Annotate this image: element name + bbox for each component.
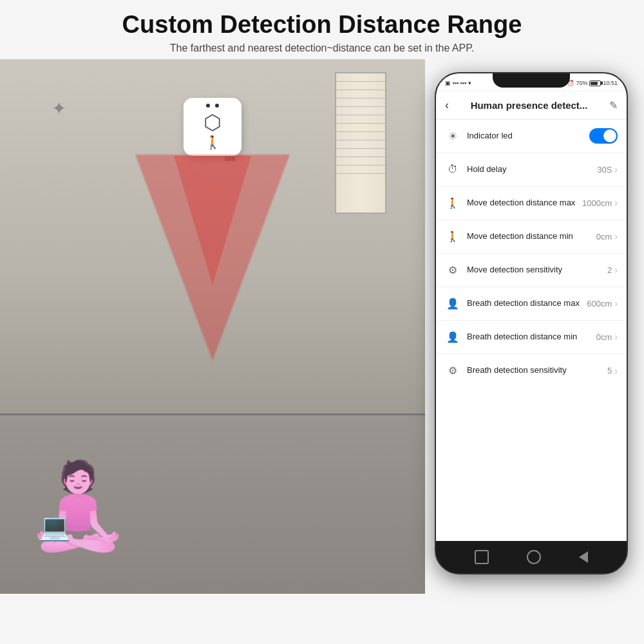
chevron-icon-5: › <box>614 298 618 308</box>
settings-value-5: 600cm <box>587 299 612 308</box>
settings-label-0: Indicator led <box>467 131 589 142</box>
page-subtitle: The farthest and nearest detection~dista… <box>13 43 631 54</box>
chevron-icon-6: › <box>614 332 618 342</box>
chandelier-icon: ✦ <box>52 98 66 119</box>
sensor-person-icon: ⬡ <box>204 110 222 135</box>
sensor-dot <box>215 104 219 108</box>
nav-home-button[interactable] <box>527 550 541 564</box>
settings-item-6[interactable]: 👤Breath detection distance min0cm› <box>436 321 627 354</box>
sensor-figure-icon: 🚶 <box>205 135 221 150</box>
back-button[interactable]: ‹ <box>445 99 449 112</box>
chevron-icon-3: › <box>614 231 618 242</box>
phone-bottom-nav <box>436 541 627 573</box>
battery-icon <box>589 80 601 86</box>
settings-icon-5: 👤 <box>445 296 460 311</box>
edit-button[interactable]: ✎ <box>609 99 618 111</box>
chevron-icon-4: › <box>614 265 618 275</box>
room-window <box>335 72 386 214</box>
phone-screen: ▣ ▪▪▪ ▪▪▪ ▾ N ✦ ⏰ 70% 10:51 <box>436 73 627 541</box>
battery-percent: 70% <box>576 80 587 86</box>
settings-value-7: 5 <box>607 366 612 375</box>
settings-icon-2: 🚶 <box>445 195 460 211</box>
settings-value-4: 2 <box>607 265 612 275</box>
settings-item-0[interactable]: ☀Indicator led <box>436 120 627 153</box>
laptop-icon: 💻 <box>39 512 71 542</box>
battery-fill <box>591 82 597 85</box>
chevron-icon-7: › <box>614 366 618 376</box>
phone-notch <box>493 73 570 88</box>
settings-label-3: Move detection distance min <box>467 231 596 242</box>
settings-list: ☀Indicator led⏱Hold delay30S›🚶Move detec… <box>436 120 627 388</box>
settings-item-2[interactable]: 🚶Move detection distance max1000cm› <box>436 187 627 220</box>
settings-icon-6: 👤 <box>445 329 460 345</box>
settings-item-7[interactable]: ⚙Breath detection sensitivity5› <box>436 354 627 388</box>
settings-value-3: 0cm <box>596 232 612 242</box>
settings-item-1[interactable]: ⏱Hold delay30S› <box>436 153 627 187</box>
settings-label-5: Breath detection distance max <box>467 298 587 309</box>
laser-beam-inner <box>174 156 251 285</box>
settings-item-5[interactable]: 👤Breath detection distance max600cm› <box>436 287 627 321</box>
settings-label-7: Breath detection sensitivity <box>467 365 607 376</box>
phone-wrapper: ▣ ▪▪▪ ▪▪▪ ▾ N ✦ ⏰ 70% 10:51 <box>425 59 644 594</box>
main-content: ✦ ⬡ 🚶 <box>0 59 644 594</box>
status-signal: ▣ ▪▪▪ ▪▪▪ ▾ <box>445 80 471 86</box>
phone-side-button[interactable] <box>627 189 628 228</box>
settings-label-6: Breath detection distance min <box>467 332 596 343</box>
app-header: ‹ Human presence detect... ✎ <box>436 91 627 120</box>
toggle-0[interactable] <box>589 128 618 144</box>
sofa-area: 🧘 💻 <box>0 413 425 594</box>
sensor-dot <box>206 104 210 108</box>
settings-item-3[interactable]: 🚶Move detection distance min0cm› <box>436 220 627 254</box>
toggle-knob-0 <box>603 129 616 142</box>
settings-icon-0: ☀ <box>445 128 460 144</box>
settings-value-2: 1000cm <box>582 198 612 208</box>
settings-value-6: 0cm <box>596 332 612 342</box>
settings-icon-3: 🚶 <box>445 229 460 244</box>
nav-back-button[interactable] <box>475 550 489 564</box>
sensor-dots <box>206 104 219 108</box>
page-title: Custom Detection Distance Range <box>13 12 631 39</box>
room-scene: ✦ ⬡ 🚶 <box>0 59 425 594</box>
chevron-icon-2: › <box>614 198 618 208</box>
settings-label-1: Hold delay <box>467 164 597 175</box>
settings-icon-7: ⚙ <box>445 363 460 379</box>
settings-label-4: Move detection sensitivity <box>467 265 607 276</box>
settings-value-1: 30S <box>597 165 612 175</box>
settings-label-2: Move detection distance max <box>467 198 582 209</box>
header: Custom Detection Distance Range The fart… <box>0 0 644 59</box>
phone: ▣ ▪▪▪ ▪▪▪ ▾ N ✦ ⏰ 70% 10:51 <box>435 72 628 574</box>
settings-icon-4: ⚙ <box>445 262 460 278</box>
page: Custom Detection Distance Range The fart… <box>0 0 644 644</box>
settings-item-4[interactable]: ⚙Move detection sensitivity2› <box>436 254 627 287</box>
nav-recents-button[interactable] <box>579 551 588 563</box>
app-title: Human presence detect... <box>471 100 588 111</box>
clock: 10:51 <box>603 80 618 86</box>
sensor-device: ⬡ 🚶 <box>184 98 242 156</box>
chevron-icon-1: › <box>614 164 618 175</box>
settings-icon-1: ⏱ <box>445 162 460 177</box>
